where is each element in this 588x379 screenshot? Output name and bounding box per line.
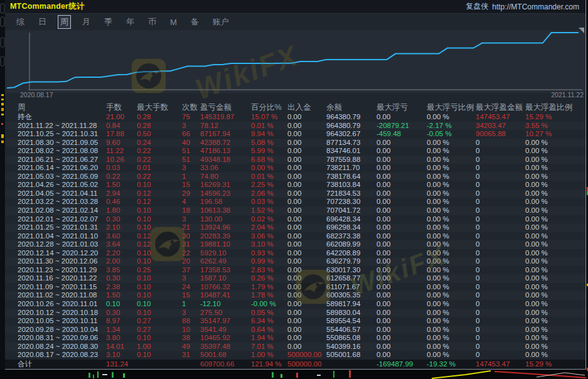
cell: 0 (476, 317, 525, 326)
table-row[interactable]: 2020.10.05 ~ 2020.10.118.970.278835147.9… (5, 317, 585, 326)
cell (182, 360, 200, 369)
brand-url-link[interactable]: http://MTCommander.com (492, 3, 579, 11)
table-row[interactable]: 持仓21.000.2875145319.8715.07 %0.00964380.… (5, 113, 585, 122)
cell: 2020.08.31 ~ 2020.09.06 (18, 334, 106, 343)
cell: 636279.79 (326, 257, 377, 266)
table-row[interactable]: 2021.08.02 ~ 2021.08.0811.220.225147186.… (5, 147, 585, 156)
table-row[interactable]: 2020.10.26 ~ 2020.11.010.100.101-12.10-0… (5, 300, 585, 309)
table-row[interactable]: 2020.08.17 ~ 2020.08.233.100.10315001.68… (5, 351, 585, 360)
cell: 20283.39 (200, 232, 251, 241)
cell: 0.00 % (427, 198, 476, 206)
table-row[interactable]: 2020.12.28 ~ 2021.01.033.640.123119881.1… (5, 240, 585, 249)
cell: 2020.11.16 ~ 2020.11.22 (18, 274, 106, 283)
cell: 738103.84 (326, 181, 377, 190)
cell: 0.10 (137, 309, 182, 318)
cell: 16269.31 (200, 181, 251, 190)
cell: 2.38 (106, 283, 137, 292)
x-axis-start-label: 2020.08.17 (20, 91, 53, 99)
cell: 0.00 % (427, 232, 476, 241)
table-row[interactable]: 2021.10.25 ~ 2021.10.3117.880.506687167.… (5, 130, 585, 139)
cell: 0.01 (137, 164, 182, 173)
cell: 0.10 (137, 257, 182, 266)
cell: 35147.97 (200, 317, 251, 326)
cell: 0.00 % (525, 300, 585, 309)
cell: 0.12 (137, 198, 182, 206)
menu-item-1[interactable]: 综 (14, 15, 27, 29)
table-row[interactable]: 2020.11.02 ~ 2020.11.081.500.101510487.4… (5, 291, 585, 300)
cell: 738211.70 (326, 164, 377, 173)
cell: 0.00 % (427, 283, 476, 292)
menu-item-7[interactable]: 币 (146, 15, 159, 29)
cell: -169487.99 (377, 360, 427, 369)
cell: 2.10 (106, 223, 137, 232)
cell: 0.00 (377, 266, 427, 275)
menu-item-4[interactable]: 月 (80, 15, 93, 29)
menu-item-6[interactable]: 年 (124, 15, 137, 29)
col-header: 出入金 (287, 99, 326, 113)
cell: 10766.32 (200, 283, 251, 292)
table-total-row[interactable]: 合计131.24609700.66121.94 %500000.00-16948… (5, 360, 585, 369)
menu-item-10[interactable]: 账户 (210, 15, 232, 29)
table-row[interactable]: 2020.11.16 ~ 2020.11.220.300.1031587.100… (5, 274, 585, 283)
col-header: 盈亏金额 (200, 99, 251, 113)
table-row[interactable]: 2021.04.05 ~ 2021.04.112.940.122914596.2… (5, 190, 585, 198)
cell: 1.94 % (251, 334, 287, 343)
menu-item-9[interactable]: 备 (188, 15, 201, 29)
stats-window: MTCommander统计 复盘侠 http://MTCommander.com… (5, 0, 586, 370)
cell: 0.10 (137, 334, 182, 343)
cell: 0.00 (377, 232, 427, 241)
cell: 0.00 % (427, 266, 476, 275)
cell: 131.24 (106, 360, 137, 369)
cell: 121.94 % (251, 360, 287, 369)
cell: -12.10 (200, 300, 251, 309)
cell: 696298.34 (326, 223, 377, 232)
cell: 0.00 % (525, 351, 585, 360)
cell: 0.00 % (427, 139, 476, 147)
cell: 15 (182, 181, 200, 190)
table-row[interactable]: 2021.01.04 ~ 2021.01.103.600.123020283.3… (5, 232, 585, 241)
cell: 721834.53 (326, 190, 377, 198)
cell: 0 (476, 300, 525, 309)
menu-item-2[interactable]: 日 (36, 15, 49, 29)
cell: 0.00 % (525, 156, 585, 164)
table-row[interactable]: 2021.02.01 ~ 2021.02.070.300.103130.000.… (5, 215, 585, 224)
table-row[interactable]: 2021.03.22 ~ 2021.03.280.460.124196.580.… (5, 198, 585, 206)
table-row[interactable]: 2020.11.23 ~ 2020.11.293.850.253717358.5… (5, 266, 585, 275)
table-row[interactable]: 2021.02.08 ~ 2021.02.141.800.101810613.3… (5, 206, 585, 215)
table-row[interactable]: 2021.11.22 ~ 2021.11.280.840.28378.120.0… (5, 122, 585, 131)
menu-item-3[interactable]: 周 (58, 15, 71, 29)
cell: 0.00 (287, 309, 326, 318)
cell: 38 (182, 334, 200, 343)
table-row[interactable]: 2020.08.24 ~ 2020.08.3014.011.004935397.… (5, 343, 585, 351)
cell: 0 (476, 291, 525, 300)
cell: 10487.41 (200, 291, 251, 300)
cell: 0.00 (377, 249, 427, 258)
table-row[interactable]: 2021.08.30 ~ 2021.09.059.600.244042388.7… (5, 139, 585, 147)
table-row[interactable]: 2021.04.26 ~ 2021.05.021.500.101516269.3… (5, 181, 585, 190)
cell: 0.00 (287, 113, 326, 122)
table-row[interactable]: 2020.09.28 ~ 2020.10.041.340.27103541.49… (5, 326, 585, 334)
cell: 0.00 % (525, 190, 585, 198)
cell: 0 (476, 266, 525, 275)
resize-grip-icon[interactable] (579, 28, 584, 33)
cell: 0 (476, 156, 525, 164)
table-row[interactable]: 2020.12.14 ~ 2020.12.202.200.10225929.10… (5, 249, 585, 258)
cell: 14.01 (106, 343, 137, 351)
menu-item-5[interactable]: 季 (102, 15, 115, 29)
menu-item-8[interactable]: M (168, 16, 179, 28)
table-row[interactable]: 2020.10.12 ~ 2020.10.180.300.103275.500.… (5, 309, 585, 318)
cell: 0.00 (377, 164, 427, 173)
cell: 31 (182, 351, 200, 360)
table-row[interactable]: 2021.01.25 ~ 2021.01.312.100.102113924.9… (5, 223, 585, 232)
table-row[interactable]: 2021.06.14 ~ 2021.06.200.030.01333.060.0… (5, 164, 585, 173)
table-row[interactable]: 2020.11.30 ~ 2020.12.062.000.10206262.49… (5, 257, 585, 266)
table-row[interactable]: 2020.11.09 ~ 2020.11.152.380.102410766.3… (5, 283, 585, 292)
cell: 130.00 (200, 215, 251, 224)
table-row[interactable]: 2020.08.31 ~ 2020.09.063.800.103810465.9… (5, 334, 585, 343)
cell: 0.27 (137, 317, 182, 326)
cell: 0.00 % (525, 232, 585, 241)
table-row[interactable]: 2021.05.03 ~ 2021.05.090.220.22174.800.0… (5, 173, 585, 181)
cell: 0.00 % (525, 257, 585, 266)
table-row[interactable]: 2021.06.21 ~ 2021.06.2710.260.225149348.… (5, 156, 585, 164)
cell: 0 (476, 309, 525, 318)
